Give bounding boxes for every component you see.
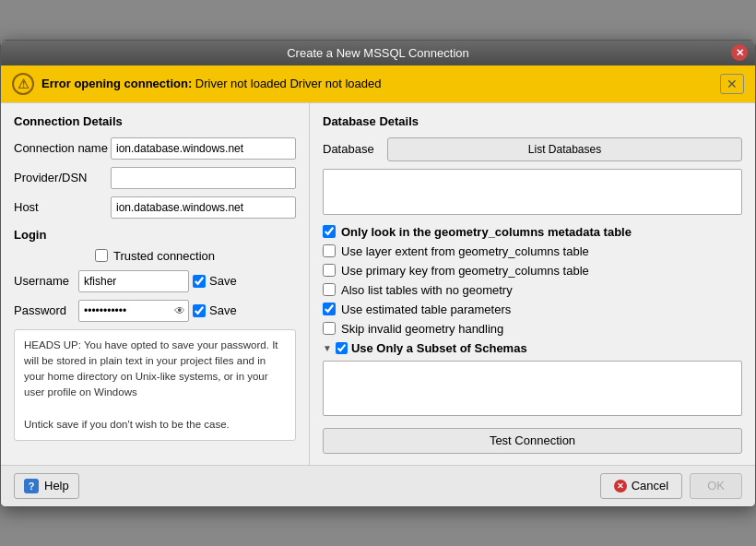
ok-button[interactable]: OK <box>690 473 742 499</box>
use-primary-key-row: Use primary key from geometry_columns ta… <box>323 264 742 278</box>
database-textarea[interactable] <box>323 169 742 215</box>
save-username-label: Save <box>209 274 237 288</box>
password-row: Password 👁 Save <box>14 300 296 322</box>
login-section: Login Trusted connection Username Save P… <box>14 228 296 442</box>
use-layer-extent-row: Use layer extent from geometry_columns t… <box>323 244 742 258</box>
login-title: Login <box>14 228 296 242</box>
list-databases-button[interactable]: List Databases <box>387 137 742 161</box>
username-input[interactable] <box>78 270 189 292</box>
password-wrapper: 👁 <box>78 300 189 322</box>
error-banner: ⚠ Error opening connection: Driver not l… <box>1 65 755 103</box>
host-label: Host <box>14 200 111 214</box>
connection-details-title: Connection Details <box>14 114 296 128</box>
connection-name-row: Connection name <box>14 137 296 160</box>
database-row: Database List Databases <box>323 137 742 161</box>
save-password-label: Save <box>209 303 237 317</box>
trusted-connection-row: Trusted connection <box>14 249 296 263</box>
use-primary-key-label: Use primary key from geometry_columns ta… <box>341 264 589 278</box>
trusted-connection-checkbox[interactable] <box>95 249 108 262</box>
connection-name-label: Connection name <box>14 141 111 155</box>
error-close-button[interactable]: ✕ <box>720 74 744 94</box>
use-estimated-label: Use estimated table parameters <box>341 303 511 316</box>
footer-right: ✕ Cancel OK <box>600 473 742 499</box>
test-connection-button[interactable]: Test Connection <box>323 428 742 454</box>
host-row: Host <box>14 196 296 219</box>
dialog-title: Create a New MSSQL Connection <box>287 46 469 60</box>
only-geometry-checkbox[interactable] <box>323 225 336 238</box>
titlebar-close-button[interactable]: ✕ <box>731 44 748 61</box>
also-list-tables-checkbox[interactable] <box>323 283 336 296</box>
use-layer-extent-checkbox[interactable] <box>323 244 336 257</box>
footer: ? Help ✕ Cancel OK <box>1 465 755 506</box>
use-estimated-checkbox[interactable] <box>323 303 336 315</box>
only-geometry-label: Only look in the geometry_columns metada… <box>341 225 632 239</box>
use-primary-key-checkbox[interactable] <box>323 264 336 277</box>
left-panel: Connection Details Connection name Provi… <box>1 103 310 465</box>
username-label: Username <box>14 274 78 288</box>
warning-icon: ⚠ <box>12 73 34 95</box>
save-password-checkbox[interactable] <box>193 304 206 317</box>
save-username-row: Save <box>193 274 237 288</box>
show-password-icon[interactable]: 👁 <box>174 304 185 317</box>
cancel-label: Cancel <box>632 479 668 493</box>
help-button[interactable]: ? Help <box>14 473 79 499</box>
subset-schemas-checkbox[interactable] <box>336 342 348 354</box>
help-icon: ? <box>24 479 39 493</box>
password-warning-box: HEADS UP: You have opted to save your pa… <box>14 329 296 442</box>
error-normal: Driver not loaded Driver not loaded <box>192 77 381 90</box>
trusted-connection-label: Trusted connection <box>113 249 215 263</box>
save-username-checkbox[interactable] <box>193 275 206 288</box>
password-input[interactable] <box>78 300 189 322</box>
password-label: Password <box>14 303 78 317</box>
save-password-row: Save <box>193 303 237 317</box>
provider-dsn-row: Provider/DSN <box>14 167 296 189</box>
titlebar: Create a New MSSQL Connection ✕ <box>1 41 755 65</box>
error-text: Error opening connection: Driver not loa… <box>41 77 713 90</box>
provider-dsn-label: Provider/DSN <box>14 171 111 184</box>
username-row: Username Save <box>14 270 296 292</box>
use-estimated-row: Use estimated table parameters <box>323 303 742 316</box>
also-list-tables-label: Also list tables with no geometry <box>341 283 513 297</box>
subset-schemas-header: ▼ Use Only a Subset of Schemas <box>323 341 742 355</box>
database-details-title: Database Details <box>323 114 742 128</box>
subset-schemas-label: Use Only a Subset of Schemas <box>351 341 527 355</box>
cancel-button[interactable]: ✕ Cancel <box>600 473 682 499</box>
provider-dsn-input[interactable] <box>111 167 296 189</box>
main-content: Connection Details Connection name Provi… <box>1 103 755 465</box>
host-input[interactable] <box>111 196 296 219</box>
schemas-textarea[interactable] <box>323 361 742 416</box>
dialog: Create a New MSSQL Connection ✕ ⚠ Error … <box>0 40 756 507</box>
collapse-arrow-icon[interactable]: ▼ <box>323 343 332 353</box>
password-warning-text: HEADS UP: You have opted to save your pa… <box>24 339 278 430</box>
database-label: Database <box>323 142 387 156</box>
help-label: Help <box>44 479 69 493</box>
also-list-tables-row: Also list tables with no geometry <box>323 283 742 297</box>
cancel-icon: ✕ <box>614 480 627 493</box>
skip-invalid-row: Skip invalid geometry handling <box>323 322 742 336</box>
error-bold: Error opening connection: <box>41 77 192 90</box>
connection-name-input[interactable] <box>111 137 296 160</box>
use-layer-extent-label: Use layer extent from geometry_columns t… <box>341 244 589 258</box>
skip-invalid-checkbox[interactable] <box>323 322 336 335</box>
only-geometry-row: Only look in the geometry_columns metada… <box>323 225 742 239</box>
right-panel: Database Details Database List Databases… <box>310 103 755 465</box>
skip-invalid-label: Skip invalid geometry handling <box>341 322 503 336</box>
